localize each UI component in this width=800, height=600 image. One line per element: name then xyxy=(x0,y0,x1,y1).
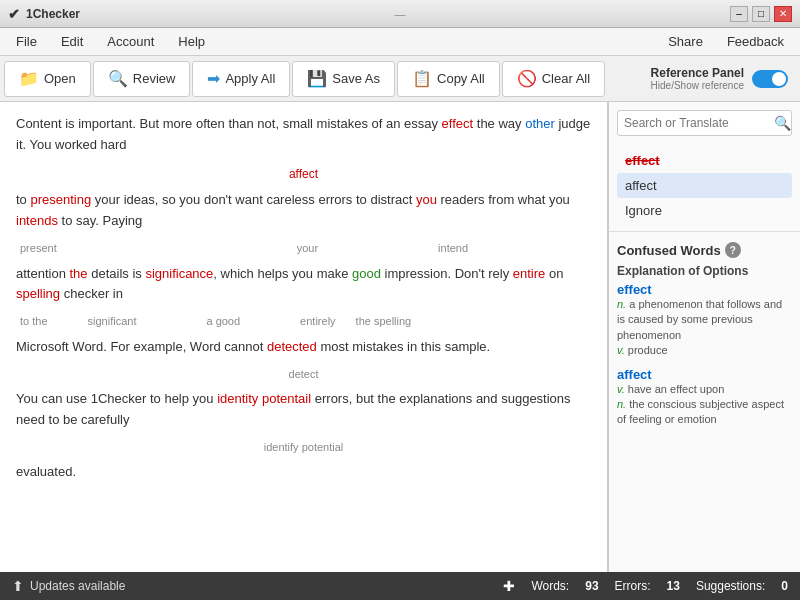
statusbar: ⬆ Updates available ✚ Words: 93 Errors: … xyxy=(0,572,800,600)
save-as-button[interactable]: 💾 Save As xyxy=(292,61,395,97)
error-spelling[interactable]: spelling xyxy=(16,286,60,301)
menu-help[interactable]: Help xyxy=(166,30,217,53)
confused-entry-effect: effect n. a phenomenon that follows and … xyxy=(617,282,792,359)
pos-v: v. xyxy=(617,344,625,356)
error-identity[interactable]: identity potentail xyxy=(217,391,311,406)
errors-count: 13 xyxy=(667,579,680,593)
suggestion-present-line: present your intend xyxy=(16,240,591,258)
reference-panel-toggle[interactable] xyxy=(752,70,788,88)
error-intends[interactable]: intends xyxy=(16,213,58,228)
editor-area[interactable]: Content is important. But more often tha… xyxy=(0,102,608,572)
status-right: ✚ Words: 93 Errors: 13 Suggestions: 0 xyxy=(503,578,788,594)
confused-words-help[interactable]: ? xyxy=(725,242,741,258)
review-icon: 🔍 xyxy=(108,69,128,88)
word-you: you xyxy=(416,192,437,207)
save-icon: 💾 xyxy=(307,69,327,88)
close-button[interactable]: ✕ xyxy=(774,6,792,22)
words-label: Words: xyxy=(531,579,569,593)
pos-n2: n. xyxy=(617,398,626,410)
main-area: Content is important. But more often tha… xyxy=(0,102,800,572)
menu-share[interactable]: Share xyxy=(656,30,715,53)
apply-all-button[interactable]: ➡ Apply All xyxy=(192,61,290,97)
titlebar-title: ✔ 1Checker xyxy=(8,6,80,22)
titlebar: ✔ 1Checker — – □ ✕ xyxy=(0,0,800,28)
suggestion-affect-line: affect xyxy=(16,164,591,185)
right-panel: 🔍 effect affect Ignore Confused Words ? … xyxy=(608,102,800,572)
reference-panel-subtitle: Hide/Show reference xyxy=(651,80,744,91)
suggestion-detect-line: detect xyxy=(16,366,591,384)
suggestion-significant-line: to the significant a good entirely the s… xyxy=(16,313,591,331)
pos-v2: v. xyxy=(617,383,625,395)
confused-word-effect[interactable]: effect xyxy=(617,282,792,297)
word-list: effect affect Ignore xyxy=(609,144,800,227)
toolbar: 📁 Open 🔍 Review ➡ Apply All 💾 Save As 📋 … xyxy=(0,56,800,102)
menu-edit[interactable]: Edit xyxy=(49,30,95,53)
word-good: good xyxy=(352,266,381,281)
confused-def-effect-2: v. produce xyxy=(617,343,792,358)
clear-icon: 🚫 xyxy=(517,69,537,88)
open-button[interactable]: 📁 Open xyxy=(4,61,91,97)
update-icon: ⬆ xyxy=(12,578,24,594)
options-title: Explanation of Options xyxy=(617,264,792,278)
confused-words-header: Confused Words ? xyxy=(617,242,792,258)
minimize-button[interactable]: – xyxy=(730,6,748,22)
paragraph-5: You can use 1Checker to help you identit… xyxy=(16,389,591,431)
search-icon[interactable]: 🔍 xyxy=(774,115,791,131)
open-icon: 📁 xyxy=(19,69,39,88)
suggestions-label: Suggestions: xyxy=(696,579,765,593)
titlebar-center: — xyxy=(395,8,406,20)
confused-def-affect-1: v. have an effect upon xyxy=(617,382,792,397)
window-controls[interactable]: – □ ✕ xyxy=(730,6,792,22)
menubar: File Edit Account Help Share Feedback xyxy=(0,28,800,56)
error-presenting[interactable]: presenting xyxy=(30,192,91,207)
words-count: 93 xyxy=(585,579,598,593)
panel-divider xyxy=(609,231,800,232)
confused-def-effect-1: n. a phenomenon that follows and is caus… xyxy=(617,297,792,343)
word-other: other xyxy=(525,116,555,131)
search-input[interactable] xyxy=(624,116,774,130)
confused-words-section: Confused Words ? Explanation of Options … xyxy=(609,236,800,572)
copy-all-button[interactable]: 📋 Copy All xyxy=(397,61,500,97)
menu-account[interactable]: Account xyxy=(95,30,166,53)
update-status: ⬆ Updates available xyxy=(12,578,125,594)
apply-icon: ➡ xyxy=(207,69,220,88)
confused-entry-affect: affect v. have an effect upon n. the con… xyxy=(617,367,792,428)
pos-n: n. xyxy=(617,298,626,310)
error-entire[interactable]: entire xyxy=(513,266,546,281)
paragraph-3: attention the details is significance, w… xyxy=(16,264,591,306)
plus-icon: ✚ xyxy=(503,578,515,594)
error-the[interactable]: the xyxy=(70,266,88,281)
error-significance[interactable]: significance xyxy=(145,266,213,281)
menu-file[interactable]: File xyxy=(4,30,49,53)
paragraph-1: Content is important. But more often tha… xyxy=(16,114,591,156)
word-entry-effect[interactable]: effect xyxy=(617,148,792,173)
search-translate-box[interactable]: 🔍 xyxy=(617,110,792,136)
paragraph-6: evaluated. xyxy=(16,462,591,483)
confused-def-affect-2: n. the conscious subjective aspect of fe… xyxy=(617,397,792,428)
word-entry-ignore[interactable]: Ignore xyxy=(617,198,792,223)
reference-panel-header: Reference Panel Hide/Show reference xyxy=(651,66,796,91)
reference-panel-title: Reference Panel xyxy=(651,66,744,80)
errors-label: Errors: xyxy=(615,579,651,593)
clear-all-button[interactable]: 🚫 Clear All xyxy=(502,61,605,97)
suggestion-identify-line: identify potential xyxy=(16,439,591,457)
word-entry-affect[interactable]: affect xyxy=(617,173,792,198)
paragraph-4: Microsoft Word. For example, Word cannot… xyxy=(16,337,591,358)
review-button[interactable]: 🔍 Review xyxy=(93,61,191,97)
suggestions-count: 0 xyxy=(781,579,788,593)
menu-feedback[interactable]: Feedback xyxy=(715,30,796,53)
error-effect[interactable]: effect xyxy=(442,116,474,131)
confused-word-affect[interactable]: affect xyxy=(617,367,792,382)
paragraph-2: to presenting your ideas, so you don't w… xyxy=(16,190,591,232)
maximize-button[interactable]: □ xyxy=(752,6,770,22)
copy-icon: 📋 xyxy=(412,69,432,88)
error-detected[interactable]: detected xyxy=(267,339,317,354)
